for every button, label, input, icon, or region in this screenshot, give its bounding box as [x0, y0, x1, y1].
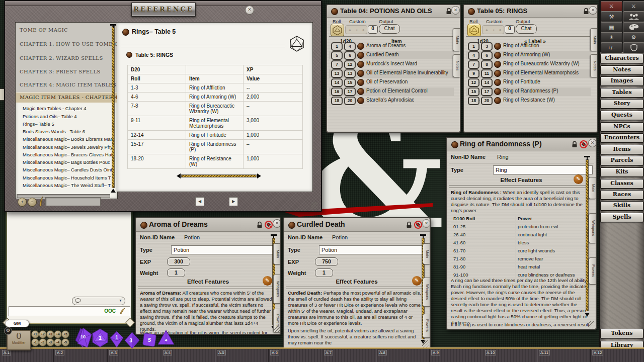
hotkey-slot[interactable]: A.8 — [376, 349, 430, 362]
tab-main[interactable]: Main — [423, 243, 430, 264]
toc-item[interactable]: Rods Staves Wands– Table 6 — [16, 129, 112, 134]
tab-notes[interactable]: Notes — [590, 54, 597, 77]
weight-stepper[interactable]: 1 — [167, 268, 185, 277]
effects-button[interactable] — [623, 43, 644, 53]
sidebar-item-items[interactable]: Items — [600, 145, 643, 154]
modifiers-button[interactable]: +/− — [601, 43, 622, 53]
exp-stepper[interactable]: 300 — [167, 257, 190, 266]
type-input[interactable]: Ring — [493, 165, 593, 174]
hotkey-slot[interactable]: A.7 — [322, 349, 376, 362]
modifier-coin[interactable]: -3 — [46, 338, 54, 346]
sidebar-item-encounters[interactable]: Encounters — [600, 133, 643, 143]
chat-mode-dropdown-icon[interactable]: ▼ — [119, 299, 122, 302]
page-next-button[interactable]: ▶ — [229, 197, 238, 206]
link-orb-icon[interactable] — [126, 52, 132, 58]
sidebar-item-npcs[interactable]: NPCs — [600, 122, 643, 132]
tab-main[interactable]: Main — [590, 28, 597, 51]
modifier-coin[interactable]: -1 — [31, 338, 39, 346]
tab-main[interactable]: Main — [273, 243, 280, 264]
sidebar-item-tokens[interactable]: Tokens — [600, 329, 643, 338]
page-scroll-right-arrow[interactable] — [257, 173, 261, 178]
close-icon[interactable]: ✕ — [422, 219, 431, 228]
lock-icon[interactable] — [572, 141, 578, 148]
hotkey-slot[interactable]: A.12 — [590, 349, 644, 362]
scrollbar-bottom-arrow[interactable] — [585, 313, 590, 317]
close-icon[interactable]: ✕ — [245, 6, 254, 15]
toc-scrollbar-top-anchor[interactable] — [110, 24, 116, 26]
hotkey-slot[interactable]: A.2 — [53, 349, 108, 362]
calculator-button[interactable]: ▦ — [601, 22, 622, 33]
lock-icon[interactable] — [406, 221, 412, 228]
search-input[interactable] — [45, 197, 101, 206]
palette-button[interactable] — [623, 22, 644, 33]
d4-die[interactable]: 4 — [157, 329, 175, 346]
modifier-coin[interactable]: -4 — [54, 338, 62, 346]
d100-die[interactable]: 10 — [73, 327, 93, 348]
sidebar-item-parcels[interactable]: Parcels — [600, 156, 643, 165]
hotkey-slot[interactable]: A.1 — [0, 349, 54, 362]
toc-item[interactable]: Miscellaneous Magic– The Weird Stuff– T — [16, 183, 112, 188]
custom-roll-tray[interactable]: ▲ ▪ ● — [482, 25, 504, 34]
page-prev-button[interactable]: ◀ — [195, 197, 204, 206]
page-horizontal-scrollbar[interactable] — [182, 175, 256, 177]
hotkey-slot[interactable]: A.11 — [537, 349, 591, 362]
close-icon[interactable]: ✕ — [451, 6, 460, 15]
modifier-gear-icon[interactable]: ⚙ — [4, 327, 12, 335]
tab-notes[interactable]: Notes — [453, 54, 460, 77]
tab-weapons[interactable]: Weapons — [423, 278, 430, 307]
toc-item[interactable]: Miscellaneous Magic– Bracers Gloves Hat — [16, 152, 112, 157]
lighting-button[interactable]: ☀ — [601, 32, 622, 43]
sidebar-item-characters[interactable]: Characters — [600, 54, 643, 63]
exp-stepper[interactable]: 750 — [315, 257, 338, 266]
d8-die[interactable]: 3 — [124, 332, 140, 349]
modifier-coin[interactable]: +3 — [46, 330, 54, 338]
sidebar-item-images[interactable]: Images — [600, 76, 643, 86]
toc-item[interactable]: Miscellaneous Magic– Jewels Jewelry Phy — [16, 144, 112, 150]
player-mode-button[interactable]: ⚔ — [623, 1, 644, 12]
scrollbar-top-anchor[interactable] — [420, 234, 426, 236]
link-orb-icon[interactable] — [122, 29, 129, 36]
tab-powers[interactable]: Powers — [589, 257, 596, 285]
link-orb-icon[interactable] — [331, 8, 338, 15]
edit-pencil-icon[interactable]: ✎ — [574, 174, 583, 184]
sidebar-item-quests[interactable]: Quests — [600, 111, 643, 120]
scrollbar-top-anchor[interactable] — [584, 156, 590, 157]
tools-button[interactable]: ⚒ — [601, 12, 622, 22]
toc-header[interactable]: CHAPTER 4: MAGIC ITEM TABLES — [16, 82, 117, 87]
resize-grip[interactable] — [588, 321, 595, 328]
tab-main[interactable]: Main — [589, 177, 596, 199]
resize-grip[interactable] — [311, 202, 318, 209]
chat-mode-selector[interactable]: ▼ — [72, 297, 125, 305]
hotkey-slot[interactable]: A.6 — [268, 349, 323, 362]
sidebar-item-story[interactable]: Story — [600, 99, 643, 109]
type-input[interactable]: Potion — [171, 245, 277, 254]
custom-count-box[interactable]: 0 — [505, 25, 515, 34]
modifier-coin[interactable]: +2 — [39, 330, 47, 338]
reference-banner[interactable]: REFERENCE — [131, 3, 196, 17]
sidebar-item-races[interactable]: Races — [600, 190, 643, 200]
modifier-coin[interactable]: -2 — [39, 338, 47, 346]
link-orb-icon[interactable] — [451, 141, 458, 148]
not-identified-icon[interactable] — [579, 140, 588, 148]
not-identified-icon[interactable] — [264, 220, 273, 229]
resize-grip[interactable] — [273, 326, 280, 333]
hotkey-slot[interactable]: A.4 — [161, 349, 215, 362]
zoom-out-button[interactable]: − — [28, 198, 37, 207]
modifier-coin[interactable]: -5 — [61, 338, 69, 346]
toc-item[interactable]: Miscellaneous Magic– Candles Dusts Oint — [16, 167, 112, 172]
toc-item[interactable]: Rings– Table 5 — [16, 121, 112, 127]
hotkey-slot[interactable]: A.3 — [107, 349, 162, 362]
d6-die[interactable]: 5 — [142, 333, 156, 347]
modifier-coin[interactable]: +4 — [54, 330, 62, 338]
d20-die[interactable]: 1 — [92, 328, 109, 347]
toc-header[interactable]: CHAPTER 1: HOW TO USE TOME OF — [16, 41, 117, 47]
modifier-coin[interactable]: +5 — [61, 330, 69, 338]
tab-weapons[interactable]: Weapons — [273, 275, 280, 304]
custom-count-box[interactable]: 0 — [368, 25, 378, 34]
toc-item[interactable]: Miscellaneous Magic– Books Librams Mar — [16, 136, 112, 142]
party-button[interactable] — [623, 12, 644, 22]
custom-roll-tray[interactable]: ▲ ▪ ● — [345, 25, 367, 34]
close-icon[interactable]: ✕ — [273, 219, 281, 228]
page-scroll-left-arrow[interactable] — [177, 173, 181, 178]
sidebar-item-kits[interactable]: Kits — [600, 167, 643, 177]
